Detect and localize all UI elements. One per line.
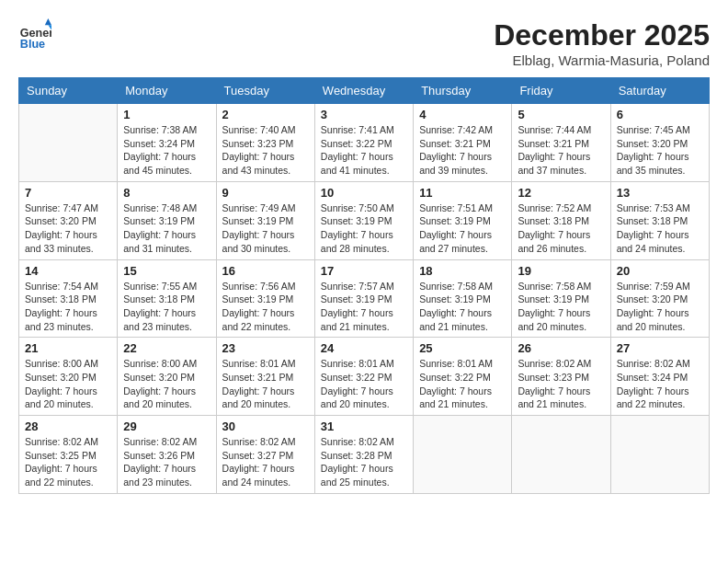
day-info: Sunrise: 7:48 AMSunset: 3:19 PMDaylight:… — [123, 201, 210, 256]
day-info: Sunrise: 8:00 AMSunset: 3:20 PMDaylight:… — [25, 357, 111, 411]
calendar-table: SundayMondayTuesdayWednesdayThursdayFrid… — [18, 77, 710, 494]
day-number: 2 — [222, 108, 309, 121]
day-number: 23 — [222, 341, 309, 355]
header: General Blue December 2025 Elblag, Warmi… — [18, 18, 710, 68]
day-number: 25 — [419, 341, 506, 355]
calendar-cell: 1Sunrise: 7:38 AMSunset: 3:24 PMDaylight… — [118, 104, 216, 182]
day-info: Sunrise: 7:42 AMSunset: 3:21 PMDaylight:… — [419, 123, 506, 178]
day-number: 17 — [321, 264, 407, 278]
day-number: 12 — [518, 186, 604, 200]
day-info: Sunrise: 7:58 AMSunset: 3:19 PMDaylight:… — [518, 280, 604, 334]
calendar-cell: 23Sunrise: 8:01 AMSunset: 3:21 PMDayligh… — [216, 338, 314, 416]
calendar-cell: 16Sunrise: 7:56 AMSunset: 3:19 PMDayligh… — [216, 259, 314, 338]
day-number: 13 — [617, 186, 703, 200]
day-info: Sunrise: 8:02 AMSunset: 3:24 PMDaylight:… — [617, 357, 703, 411]
day-info: Sunrise: 8:01 AMSunset: 3:22 PMDaylight:… — [321, 357, 407, 411]
day-number: 9 — [222, 186, 309, 200]
calendar-cell: 7Sunrise: 7:47 AMSunset: 3:20 PMDaylight… — [19, 181, 118, 259]
day-info: Sunrise: 7:38 AMSunset: 3:24 PMDaylight:… — [123, 123, 210, 178]
day-info: Sunrise: 8:02 AMSunset: 3:28 PMDaylight:… — [321, 435, 407, 489]
day-info: Sunrise: 8:02 AMSunset: 3:25 PMDaylight:… — [25, 435, 111, 489]
calendar-cell — [610, 416, 709, 494]
calendar-cell: 12Sunrise: 7:52 AMSunset: 3:18 PMDayligh… — [512, 181, 610, 259]
day-info: Sunrise: 7:47 AMSunset: 3:20 PMDaylight:… — [25, 201, 111, 256]
weekday-header-tuesday: Tuesday — [216, 78, 314, 104]
week-row-1: 7Sunrise: 7:47 AMSunset: 3:20 PMDaylight… — [19, 181, 710, 259]
day-info: Sunrise: 7:58 AMSunset: 3:19 PMDaylight:… — [419, 280, 506, 334]
day-number: 4 — [419, 108, 506, 121]
calendar-cell: 20Sunrise: 7:59 AMSunset: 3:20 PMDayligh… — [610, 259, 709, 338]
day-number: 1 — [123, 108, 210, 121]
calendar-cell: 6Sunrise: 7:45 AMSunset: 3:20 PMDaylight… — [610, 104, 709, 182]
calendar-cell: 15Sunrise: 7:55 AMSunset: 3:18 PMDayligh… — [118, 259, 216, 338]
calendar-cell: 3Sunrise: 7:41 AMSunset: 3:22 PMDaylight… — [314, 104, 413, 182]
day-number: 31 — [321, 419, 407, 433]
weekday-header-saturday: Saturday — [610, 78, 709, 104]
calendar-cell: 28Sunrise: 8:02 AMSunset: 3:25 PMDayligh… — [19, 416, 118, 494]
logo: General Blue — [18, 18, 55, 52]
calendar-cell: 22Sunrise: 8:00 AMSunset: 3:20 PMDayligh… — [118, 338, 216, 416]
day-number: 26 — [518, 341, 604, 355]
day-info: Sunrise: 7:54 AMSunset: 3:18 PMDaylight:… — [25, 280, 111, 334]
calendar-cell — [512, 416, 610, 494]
day-info: Sunrise: 7:49 AMSunset: 3:19 PMDaylight:… — [222, 201, 309, 256]
day-info: Sunrise: 8:01 AMSunset: 3:22 PMDaylight:… — [419, 357, 506, 411]
week-row-3: 21Sunrise: 8:00 AMSunset: 3:20 PMDayligh… — [19, 338, 710, 416]
day-number: 10 — [321, 186, 407, 200]
day-number: 20 — [617, 264, 703, 278]
calendar-cell: 4Sunrise: 7:42 AMSunset: 3:21 PMDaylight… — [414, 104, 512, 182]
day-number: 22 — [123, 341, 210, 355]
day-info: Sunrise: 7:56 AMSunset: 3:19 PMDaylight:… — [222, 280, 309, 334]
weekday-header-wednesday: Wednesday — [314, 78, 413, 104]
day-info: Sunrise: 7:57 AMSunset: 3:19 PMDaylight:… — [321, 280, 407, 334]
day-number: 3 — [321, 108, 407, 121]
calendar-cell: 17Sunrise: 7:57 AMSunset: 3:19 PMDayligh… — [314, 259, 413, 338]
weekday-header-row: SundayMondayTuesdayWednesdayThursdayFrid… — [19, 78, 710, 104]
day-info: Sunrise: 8:02 AMSunset: 3:23 PMDaylight:… — [518, 357, 604, 411]
day-number: 27 — [617, 341, 703, 355]
day-number: 18 — [419, 264, 506, 278]
calendar-cell: 8Sunrise: 7:48 AMSunset: 3:19 PMDaylight… — [118, 181, 216, 259]
location: Elblag, Warmia-Masuria, Poland — [494, 52, 710, 68]
calendar-cell: 14Sunrise: 7:54 AMSunset: 3:18 PMDayligh… — [19, 259, 118, 338]
calendar-cell: 26Sunrise: 8:02 AMSunset: 3:23 PMDayligh… — [512, 338, 610, 416]
title-block: December 2025 Elblag, Warmia-Masuria, Po… — [494, 18, 710, 68]
day-info: Sunrise: 7:50 AMSunset: 3:19 PMDaylight:… — [321, 201, 407, 256]
day-number: 11 — [419, 186, 506, 200]
day-number: 30 — [222, 419, 309, 433]
day-number: 8 — [123, 186, 210, 200]
logo-icon: General Blue — [18, 18, 51, 52]
day-number: 16 — [222, 264, 309, 278]
calendar-cell: 19Sunrise: 7:58 AMSunset: 3:19 PMDayligh… — [512, 259, 610, 338]
weekday-header-sunday: Sunday — [19, 78, 118, 104]
day-number: 28 — [25, 419, 111, 433]
calendar-cell — [414, 416, 512, 494]
day-info: Sunrise: 7:59 AMSunset: 3:20 PMDaylight:… — [617, 280, 703, 334]
day-number: 15 — [123, 264, 210, 278]
day-info: Sunrise: 7:52 AMSunset: 3:18 PMDaylight:… — [518, 201, 604, 256]
day-info: Sunrise: 7:51 AMSunset: 3:19 PMDaylight:… — [419, 201, 506, 256]
calendar-cell: 10Sunrise: 7:50 AMSunset: 3:19 PMDayligh… — [314, 181, 413, 259]
day-info: Sunrise: 7:40 AMSunset: 3:23 PMDaylight:… — [222, 123, 309, 178]
day-number: 29 — [123, 419, 210, 433]
svg-text:Blue: Blue — [20, 38, 45, 51]
calendar-cell: 5Sunrise: 7:44 AMSunset: 3:21 PMDaylight… — [512, 104, 610, 182]
day-number: 5 — [518, 108, 604, 121]
calendar-cell: 9Sunrise: 7:49 AMSunset: 3:19 PMDaylight… — [216, 181, 314, 259]
day-number: 6 — [617, 108, 703, 121]
calendar-cell — [19, 104, 118, 182]
day-info: Sunrise: 7:41 AMSunset: 3:22 PMDaylight:… — [321, 123, 407, 178]
svg-marker-2 — [45, 18, 51, 25]
calendar-cell: 29Sunrise: 8:02 AMSunset: 3:26 PMDayligh… — [118, 416, 216, 494]
calendar-cell: 30Sunrise: 8:02 AMSunset: 3:27 PMDayligh… — [216, 416, 314, 494]
day-number: 14 — [25, 264, 111, 278]
calendar-cell: 21Sunrise: 8:00 AMSunset: 3:20 PMDayligh… — [19, 338, 118, 416]
day-info: Sunrise: 8:00 AMSunset: 3:20 PMDaylight:… — [123, 357, 210, 411]
day-number: 21 — [25, 341, 111, 355]
day-info: Sunrise: 8:01 AMSunset: 3:21 PMDaylight:… — [222, 357, 309, 411]
calendar-cell: 11Sunrise: 7:51 AMSunset: 3:19 PMDayligh… — [414, 181, 512, 259]
day-number: 24 — [321, 341, 407, 355]
calendar-cell: 31Sunrise: 8:02 AMSunset: 3:28 PMDayligh… — [314, 416, 413, 494]
day-info: Sunrise: 8:02 AMSunset: 3:27 PMDaylight:… — [222, 435, 309, 489]
day-info: Sunrise: 7:53 AMSunset: 3:18 PMDaylight:… — [617, 201, 703, 256]
